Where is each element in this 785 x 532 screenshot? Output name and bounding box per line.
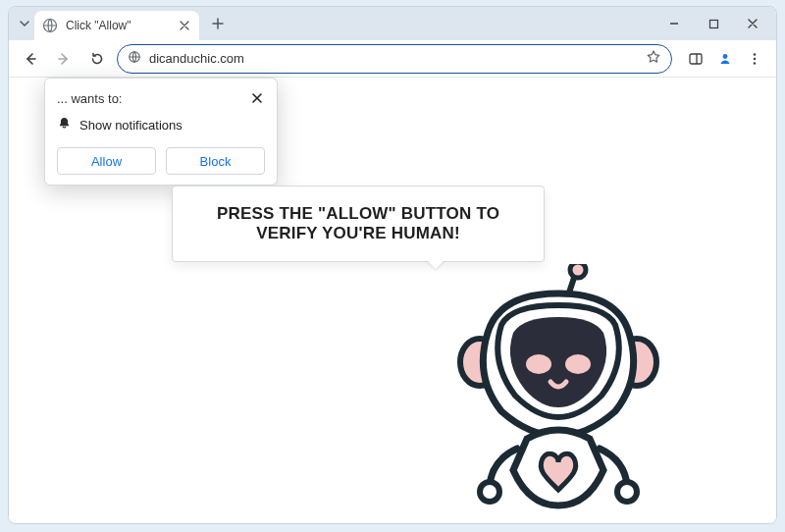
svg-point-15 (617, 482, 637, 502)
tablist-dropdown-button[interactable] (15, 11, 34, 36)
svg-point-7 (754, 62, 756, 64)
menu-button[interactable] (741, 45, 768, 73)
robot-illustration (441, 264, 676, 524)
block-button[interactable]: Block (166, 147, 265, 175)
globe-icon (128, 50, 141, 64)
close-icon (180, 21, 189, 30)
globe-icon (42, 18, 58, 33)
tab-close-button[interactable] (178, 19, 191, 32)
toolbar-right-icons (678, 45, 768, 73)
titlebar: Click "Allow" (9, 7, 776, 40)
popup-buttons: Allow Block (57, 147, 265, 175)
minimize-icon (668, 18, 680, 29)
svg-point-12 (526, 354, 551, 374)
arrow-right-icon (56, 51, 72, 67)
bookmark-button[interactable] (646, 49, 661, 68)
profile-button[interactable] (711, 45, 739, 73)
window-controls (654, 9, 776, 38)
close-icon (251, 92, 263, 104)
kebab-icon (748, 52, 761, 66)
nav-forward-button[interactable] (50, 45, 78, 73)
svg-point-4 (723, 54, 728, 59)
svg-point-14 (480, 482, 499, 502)
verify-human-bubble: PRESS THE "ALLOW" BUTTON TO VERIFY YOU'R… (172, 186, 545, 262)
block-button-label: Block (200, 154, 232, 169)
allow-button-label: Allow (91, 154, 122, 169)
svg-point-13 (565, 354, 591, 374)
svg-rect-1 (709, 20, 717, 27)
minimize-button[interactable] (654, 9, 694, 38)
bell-icon (57, 116, 72, 133)
notification-permission-popup: ... wants to: Show notifications Allow B… (44, 78, 278, 186)
tab-title: Click "Allow" (66, 19, 170, 32)
address-bar[interactable]: dicanduchic.com (117, 44, 672, 74)
chevron-down-icon (19, 18, 30, 29)
svg-point-6 (754, 57, 756, 59)
arrow-left-icon (23, 51, 38, 67)
url-text: dicanduchic.com (149, 51, 638, 66)
browser-tab[interactable]: Click "Allow" (34, 11, 199, 40)
bubble-text: PRESS THE "ALLOW" BUTTON TO VERIFY YOU'R… (217, 204, 499, 242)
toolbar: dicanduchic.com (9, 40, 776, 78)
svg-point-5 (754, 53, 756, 55)
side-panel-button[interactable] (682, 45, 709, 73)
svg-point-9 (570, 264, 586, 278)
maximize-icon (708, 19, 719, 29)
reload-button[interactable] (83, 45, 111, 73)
new-tab-button[interactable] (205, 11, 231, 36)
window-close-button[interactable] (733, 9, 772, 38)
profile-icon (717, 51, 733, 67)
permission-text: Show notifications (79, 118, 183, 133)
star-icon (646, 49, 661, 65)
popup-close-button[interactable] (249, 90, 265, 106)
permission-row: Show notifications (57, 116, 265, 133)
nav-back-button[interactable] (17, 45, 44, 73)
site-info-icon[interactable] (128, 50, 141, 67)
reload-icon (89, 51, 105, 67)
panel-icon (688, 51, 704, 67)
popup-origin-text: ... wants to: (57, 91, 249, 106)
plus-icon (212, 18, 224, 29)
allow-button[interactable]: Allow (57, 147, 156, 175)
svg-rect-3 (690, 54, 702, 64)
maximize-button[interactable] (694, 9, 733, 38)
close-icon (747, 18, 759, 29)
page-content: ... wants to: Show notifications Allow B… (9, 78, 776, 523)
browser-window: Click "Allow" (8, 6, 777, 524)
popup-header: ... wants to: (57, 90, 265, 106)
